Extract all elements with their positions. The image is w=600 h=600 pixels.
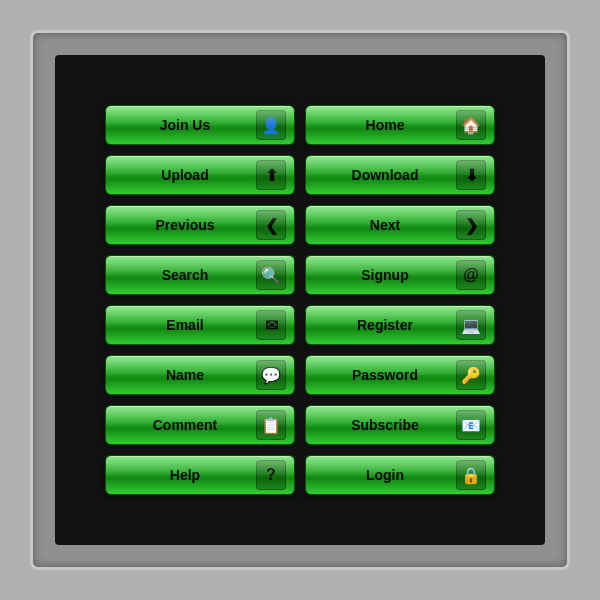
home-label: Home bbox=[314, 117, 456, 133]
email-button[interactable]: Email✉ bbox=[105, 305, 295, 345]
home-icon: 🏠 bbox=[456, 110, 486, 140]
next-icon: ❯ bbox=[456, 210, 486, 240]
name-button[interactable]: Name💬 bbox=[105, 355, 295, 395]
register-button[interactable]: Register💻 bbox=[305, 305, 495, 345]
help-button[interactable]: Help? bbox=[105, 455, 295, 495]
search-button[interactable]: Search🔍 bbox=[105, 255, 295, 295]
password-icon: 🔑 bbox=[456, 360, 486, 390]
outer-border: Join Us👤Home🏠Upload⬆Download⬇Previous❮Ne… bbox=[30, 30, 570, 570]
next-button[interactable]: Next❯ bbox=[305, 205, 495, 245]
join-us-label: Join Us bbox=[114, 117, 256, 133]
inner-panel: Join Us👤Home🏠Upload⬆Download⬇Previous❮Ne… bbox=[55, 55, 545, 545]
password-button[interactable]: Password🔑 bbox=[305, 355, 495, 395]
name-icon: 💬 bbox=[256, 360, 286, 390]
signup-label: Signup bbox=[314, 267, 456, 283]
next-label: Next bbox=[314, 217, 456, 233]
comment-icon: 📋 bbox=[256, 410, 286, 440]
login-icon: 🔒 bbox=[456, 460, 486, 490]
subscribe-label: Subscribe bbox=[314, 417, 456, 433]
login-button[interactable]: Login🔒 bbox=[305, 455, 495, 495]
help-label: Help bbox=[114, 467, 256, 483]
comment-button[interactable]: Comment📋 bbox=[105, 405, 295, 445]
download-icon: ⬇ bbox=[456, 160, 486, 190]
home-button[interactable]: Home🏠 bbox=[305, 105, 495, 145]
help-icon: ? bbox=[256, 460, 286, 490]
name-label: Name bbox=[114, 367, 256, 383]
subscribe-icon: 📧 bbox=[456, 410, 486, 440]
previous-button[interactable]: Previous❮ bbox=[105, 205, 295, 245]
email-icon: ✉ bbox=[256, 310, 286, 340]
register-label: Register bbox=[314, 317, 456, 333]
search-label: Search bbox=[114, 267, 256, 283]
login-label: Login bbox=[314, 467, 456, 483]
download-label: Download bbox=[314, 167, 456, 183]
upload-icon: ⬆ bbox=[256, 160, 286, 190]
button-grid: Join Us👤Home🏠Upload⬆Download⬇Previous❮Ne… bbox=[85, 85, 515, 515]
search-icon: 🔍 bbox=[256, 260, 286, 290]
join-us-icon: 👤 bbox=[256, 110, 286, 140]
comment-label: Comment bbox=[114, 417, 256, 433]
download-button[interactable]: Download⬇ bbox=[305, 155, 495, 195]
upload-label: Upload bbox=[114, 167, 256, 183]
register-icon: 💻 bbox=[456, 310, 486, 340]
password-label: Password bbox=[314, 367, 456, 383]
join-us-button[interactable]: Join Us👤 bbox=[105, 105, 295, 145]
upload-button[interactable]: Upload⬆ bbox=[105, 155, 295, 195]
signup-button[interactable]: Signup@ bbox=[305, 255, 495, 295]
previous-icon: ❮ bbox=[256, 210, 286, 240]
subscribe-button[interactable]: Subscribe📧 bbox=[305, 405, 495, 445]
email-label: Email bbox=[114, 317, 256, 333]
signup-icon: @ bbox=[456, 260, 486, 290]
previous-label: Previous bbox=[114, 217, 256, 233]
